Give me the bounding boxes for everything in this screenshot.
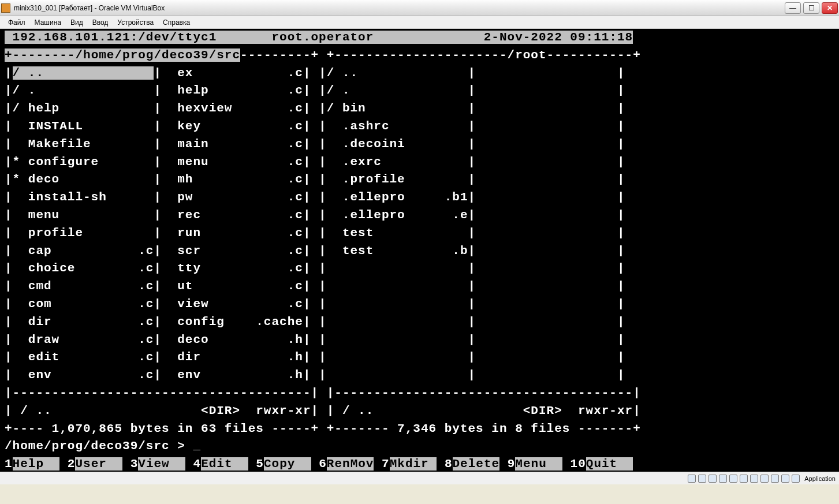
status-icon[interactable] xyxy=(709,475,717,483)
status-icon[interactable] xyxy=(781,475,789,483)
minimize-button[interactable]: — xyxy=(785,2,801,14)
app-icon xyxy=(1,3,10,13)
vm-status-bar: Application xyxy=(0,472,839,484)
status-icon[interactable] xyxy=(688,475,696,483)
status-icon[interactable] xyxy=(740,475,748,483)
status-icon[interactable] xyxy=(771,475,779,483)
status-icon[interactable] xyxy=(729,475,737,483)
window-title: minix310_001 [Работает] - Oracle VM Virt… xyxy=(14,4,785,12)
close-button[interactable]: ✕ xyxy=(822,2,838,14)
status-icon[interactable] xyxy=(719,475,727,483)
menu-file[interactable]: Файл xyxy=(3,17,30,28)
terminal-screen[interactable]: 192.168.101.121:/dev/ttyc1 root.operator… xyxy=(0,29,839,472)
title-bar: minix310_001 [Работает] - Oracle VM Virt… xyxy=(0,0,839,16)
status-icon[interactable] xyxy=(760,475,769,483)
menu-view[interactable]: Вид xyxy=(66,17,88,28)
maximize-button[interactable]: ☐ xyxy=(803,2,819,14)
status-icon[interactable] xyxy=(792,475,800,483)
menu-machine[interactable]: Машина xyxy=(30,17,66,28)
status-icon[interactable] xyxy=(750,475,758,483)
menu-bar: Файл Машина Вид Ввод Устройства Справка xyxy=(0,16,839,29)
status-app-label: Application xyxy=(804,475,836,482)
status-icon[interactable] xyxy=(698,475,706,483)
menu-input[interactable]: Ввод xyxy=(88,17,113,28)
window-controls: — ☐ ✕ xyxy=(785,2,838,14)
menu-devices[interactable]: Устройства xyxy=(113,17,158,28)
menu-help[interactable]: Справка xyxy=(158,17,195,28)
